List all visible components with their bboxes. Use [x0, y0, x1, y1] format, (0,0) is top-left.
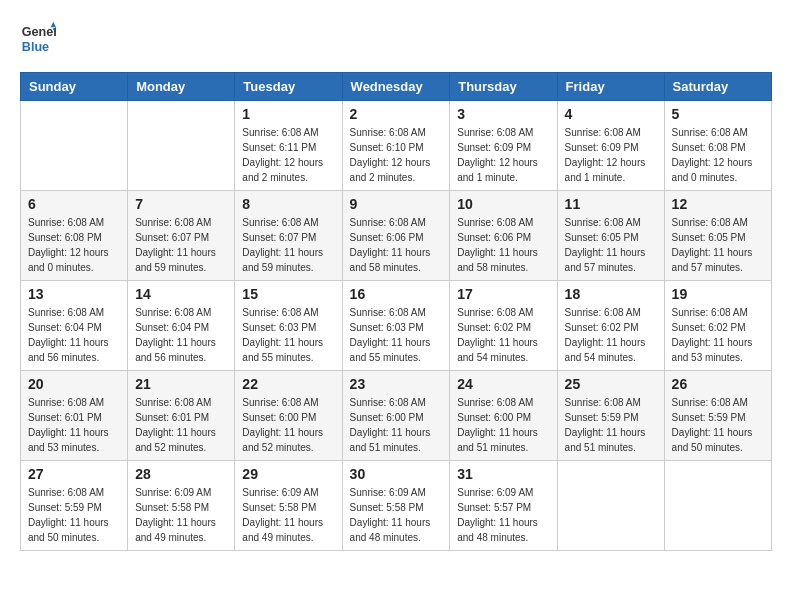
calendar-cell: 25Sunrise: 6:08 AM Sunset: 5:59 PM Dayli…: [557, 371, 664, 461]
day-detail: Sunrise: 6:08 AM Sunset: 6:06 PM Dayligh…: [457, 215, 549, 275]
day-number: 1: [242, 106, 334, 122]
calendar-cell: [128, 101, 235, 191]
day-detail: Sunrise: 6:08 AM Sunset: 6:00 PM Dayligh…: [242, 395, 334, 455]
day-number: 7: [135, 196, 227, 212]
calendar-cell: 5Sunrise: 6:08 AM Sunset: 6:08 PM Daylig…: [664, 101, 771, 191]
day-number: 3: [457, 106, 549, 122]
day-number: 6: [28, 196, 120, 212]
day-number: 18: [565, 286, 657, 302]
logo-icon: General Blue: [20, 20, 56, 56]
day-number: 9: [350, 196, 443, 212]
calendar-cell: [21, 101, 128, 191]
day-number: 16: [350, 286, 443, 302]
day-detail: Sunrise: 6:08 AM Sunset: 6:05 PM Dayligh…: [565, 215, 657, 275]
day-number: 17: [457, 286, 549, 302]
calendar-cell: 31Sunrise: 6:09 AM Sunset: 5:57 PM Dayli…: [450, 461, 557, 551]
calendar-cell: 26Sunrise: 6:08 AM Sunset: 5:59 PM Dayli…: [664, 371, 771, 461]
calendar-body: 1Sunrise: 6:08 AM Sunset: 6:11 PM Daylig…: [21, 101, 772, 551]
calendar-cell: 17Sunrise: 6:08 AM Sunset: 6:02 PM Dayli…: [450, 281, 557, 371]
day-detail: Sunrise: 6:08 AM Sunset: 6:07 PM Dayligh…: [135, 215, 227, 275]
calendar-cell: 19Sunrise: 6:08 AM Sunset: 6:02 PM Dayli…: [664, 281, 771, 371]
day-number: 29: [242, 466, 334, 482]
day-number: 19: [672, 286, 764, 302]
day-number: 27: [28, 466, 120, 482]
calendar-week-row: 1Sunrise: 6:08 AM Sunset: 6:11 PM Daylig…: [21, 101, 772, 191]
calendar-cell: 20Sunrise: 6:08 AM Sunset: 6:01 PM Dayli…: [21, 371, 128, 461]
weekday-header-sunday: Sunday: [21, 73, 128, 101]
day-number: 5: [672, 106, 764, 122]
calendar-table: SundayMondayTuesdayWednesdayThursdayFrid…: [20, 72, 772, 551]
calendar-cell: 11Sunrise: 6:08 AM Sunset: 6:05 PM Dayli…: [557, 191, 664, 281]
day-number: 28: [135, 466, 227, 482]
day-number: 30: [350, 466, 443, 482]
weekday-header-thursday: Thursday: [450, 73, 557, 101]
day-number: 20: [28, 376, 120, 392]
calendar-cell: 2Sunrise: 6:08 AM Sunset: 6:10 PM Daylig…: [342, 101, 450, 191]
calendar-week-row: 20Sunrise: 6:08 AM Sunset: 6:01 PM Dayli…: [21, 371, 772, 461]
day-number: 21: [135, 376, 227, 392]
calendar-cell: 1Sunrise: 6:08 AM Sunset: 6:11 PM Daylig…: [235, 101, 342, 191]
calendar-cell: 22Sunrise: 6:08 AM Sunset: 6:00 PM Dayli…: [235, 371, 342, 461]
day-detail: Sunrise: 6:08 AM Sunset: 6:04 PM Dayligh…: [28, 305, 120, 365]
calendar-cell: 9Sunrise: 6:08 AM Sunset: 6:06 PM Daylig…: [342, 191, 450, 281]
calendar-cell: 16Sunrise: 6:08 AM Sunset: 6:03 PM Dayli…: [342, 281, 450, 371]
day-detail: Sunrise: 6:08 AM Sunset: 6:08 PM Dayligh…: [28, 215, 120, 275]
calendar-header-row: SundayMondayTuesdayWednesdayThursdayFrid…: [21, 73, 772, 101]
day-detail: Sunrise: 6:08 AM Sunset: 6:04 PM Dayligh…: [135, 305, 227, 365]
day-detail: Sunrise: 6:08 AM Sunset: 5:59 PM Dayligh…: [672, 395, 764, 455]
day-detail: Sunrise: 6:08 AM Sunset: 6:00 PM Dayligh…: [457, 395, 549, 455]
day-number: 12: [672, 196, 764, 212]
calendar-cell: 12Sunrise: 6:08 AM Sunset: 6:05 PM Dayli…: [664, 191, 771, 281]
calendar-cell: 10Sunrise: 6:08 AM Sunset: 6:06 PM Dayli…: [450, 191, 557, 281]
calendar-week-row: 6Sunrise: 6:08 AM Sunset: 6:08 PM Daylig…: [21, 191, 772, 281]
svg-text:Blue: Blue: [22, 40, 49, 54]
day-number: 2: [350, 106, 443, 122]
day-detail: Sunrise: 6:08 AM Sunset: 6:09 PM Dayligh…: [457, 125, 549, 185]
calendar-cell: 4Sunrise: 6:08 AM Sunset: 6:09 PM Daylig…: [557, 101, 664, 191]
day-detail: Sunrise: 6:08 AM Sunset: 6:11 PM Dayligh…: [242, 125, 334, 185]
day-detail: Sunrise: 6:08 AM Sunset: 6:01 PM Dayligh…: [135, 395, 227, 455]
calendar-cell: 6Sunrise: 6:08 AM Sunset: 6:08 PM Daylig…: [21, 191, 128, 281]
day-number: 25: [565, 376, 657, 392]
calendar-cell: 15Sunrise: 6:08 AM Sunset: 6:03 PM Dayli…: [235, 281, 342, 371]
calendar-cell: 13Sunrise: 6:08 AM Sunset: 6:04 PM Dayli…: [21, 281, 128, 371]
calendar-cell: 23Sunrise: 6:08 AM Sunset: 6:00 PM Dayli…: [342, 371, 450, 461]
day-detail: Sunrise: 6:08 AM Sunset: 6:06 PM Dayligh…: [350, 215, 443, 275]
day-number: 4: [565, 106, 657, 122]
day-detail: Sunrise: 6:08 AM Sunset: 6:02 PM Dayligh…: [672, 305, 764, 365]
day-number: 8: [242, 196, 334, 212]
day-detail: Sunrise: 6:08 AM Sunset: 6:05 PM Dayligh…: [672, 215, 764, 275]
weekday-header-saturday: Saturday: [664, 73, 771, 101]
calendar-cell: [664, 461, 771, 551]
day-number: 22: [242, 376, 334, 392]
calendar-cell: 29Sunrise: 6:09 AM Sunset: 5:58 PM Dayli…: [235, 461, 342, 551]
calendar-cell: [557, 461, 664, 551]
day-detail: Sunrise: 6:09 AM Sunset: 5:58 PM Dayligh…: [350, 485, 443, 545]
day-number: 26: [672, 376, 764, 392]
calendar-cell: 28Sunrise: 6:09 AM Sunset: 5:58 PM Dayli…: [128, 461, 235, 551]
svg-text:General: General: [22, 25, 56, 39]
day-number: 15: [242, 286, 334, 302]
day-number: 10: [457, 196, 549, 212]
weekday-header-monday: Monday: [128, 73, 235, 101]
day-detail: Sunrise: 6:08 AM Sunset: 6:00 PM Dayligh…: [350, 395, 443, 455]
weekday-header-tuesday: Tuesday: [235, 73, 342, 101]
day-number: 31: [457, 466, 549, 482]
day-detail: Sunrise: 6:08 AM Sunset: 6:07 PM Dayligh…: [242, 215, 334, 275]
calendar-cell: 30Sunrise: 6:09 AM Sunset: 5:58 PM Dayli…: [342, 461, 450, 551]
calendar-cell: 3Sunrise: 6:08 AM Sunset: 6:09 PM Daylig…: [450, 101, 557, 191]
day-number: 24: [457, 376, 549, 392]
weekday-header-friday: Friday: [557, 73, 664, 101]
day-detail: Sunrise: 6:09 AM Sunset: 5:58 PM Dayligh…: [242, 485, 334, 545]
calendar-cell: 21Sunrise: 6:08 AM Sunset: 6:01 PM Dayli…: [128, 371, 235, 461]
day-detail: Sunrise: 6:08 AM Sunset: 5:59 PM Dayligh…: [565, 395, 657, 455]
day-number: 23: [350, 376, 443, 392]
calendar-cell: 18Sunrise: 6:08 AM Sunset: 6:02 PM Dayli…: [557, 281, 664, 371]
calendar-cell: 7Sunrise: 6:08 AM Sunset: 6:07 PM Daylig…: [128, 191, 235, 281]
day-detail: Sunrise: 6:08 AM Sunset: 6:10 PM Dayligh…: [350, 125, 443, 185]
calendar-cell: 24Sunrise: 6:08 AM Sunset: 6:00 PM Dayli…: [450, 371, 557, 461]
day-detail: Sunrise: 6:08 AM Sunset: 6:08 PM Dayligh…: [672, 125, 764, 185]
calendar-week-row: 13Sunrise: 6:08 AM Sunset: 6:04 PM Dayli…: [21, 281, 772, 371]
day-detail: Sunrise: 6:08 AM Sunset: 6:01 PM Dayligh…: [28, 395, 120, 455]
day-detail: Sunrise: 6:08 AM Sunset: 6:03 PM Dayligh…: [242, 305, 334, 365]
